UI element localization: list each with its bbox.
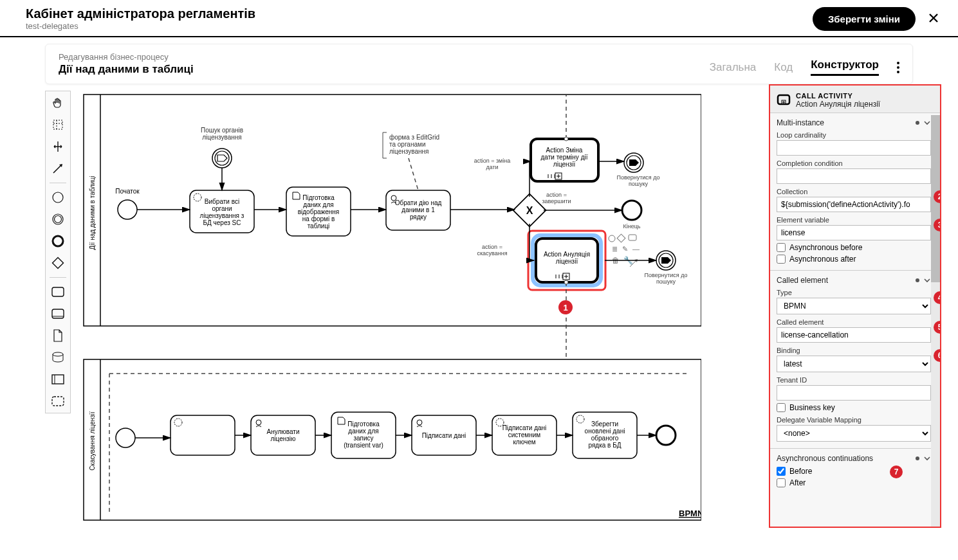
callout-badge-7: 7 xyxy=(890,465,903,478)
svg-text:Кінець: Кінець xyxy=(623,223,640,230)
start-label: Початок xyxy=(115,188,140,195)
section-async-continuations[interactable]: Asynchronous continuations xyxy=(777,454,873,463)
properties-panel: CALL ACTIVITY Action Ануляція ліцензії M… xyxy=(769,84,941,528)
svg-text:Повернутися допошуку: Повернутися допошуку xyxy=(617,174,660,187)
svg-text:X: X xyxy=(526,205,533,216)
p2-start[interactable] xyxy=(116,428,135,447)
async-before-checkbox[interactable] xyxy=(777,243,786,252)
binding-label: Binding xyxy=(777,347,931,354)
tab-general[interactable]: Загальна xyxy=(710,61,757,74)
app-subtitle: test-delegates xyxy=(26,21,255,31)
completion-condition-input[interactable] xyxy=(777,168,931,184)
context-pad[interactable]: ≣ ✎ — 🗑 🔧 xyxy=(609,234,640,267)
svg-rect-34 xyxy=(629,235,636,240)
binding-select[interactable]: latest xyxy=(777,356,931,372)
type-label: Type xyxy=(777,289,931,296)
type-select[interactable]: BPMN xyxy=(777,298,931,314)
group-icon[interactable] xyxy=(50,393,66,409)
delegate-var-mapping-select[interactable]: <none> xyxy=(777,425,931,442)
svg-text:✎: ✎ xyxy=(622,245,628,253)
svg-point-32 xyxy=(609,235,615,242)
annot-editgrid: форма з EditGridта органамиліцензування xyxy=(389,134,439,155)
element-name: Action Ануляція ліцензії xyxy=(796,100,880,109)
loop-cardinality-input[interactable] xyxy=(777,140,931,156)
tenant-id-label: Tenant ID xyxy=(777,376,931,384)
svg-point-4 xyxy=(53,236,63,246)
svg-rect-0 xyxy=(53,120,62,129)
page-header: Редагування бізнес-процесу Дії над даним… xyxy=(45,44,913,84)
business-key-checkbox[interactable] xyxy=(777,403,786,412)
p2-task-service[interactable] xyxy=(170,415,235,455)
delegate-var-mapping-label: Delegate Variable Mapping xyxy=(777,416,931,424)
pool2-label: Скасування ліцензії xyxy=(89,411,96,471)
chevron-down-icon[interactable] xyxy=(923,119,931,127)
data-store-icon[interactable] xyxy=(50,350,66,365)
called-element-label: Called element xyxy=(777,318,931,326)
element-type: CALL ACTIVITY xyxy=(796,92,880,100)
svg-text:Вибрати всіорганиліцензування : Вибрати всіорганиліцензування зБД через … xyxy=(200,198,244,226)
intermediate-event-icon[interactable] xyxy=(50,212,66,227)
tab-code[interactable]: Код xyxy=(774,61,793,74)
svg-point-8 xyxy=(53,352,63,356)
call-activity-type-icon xyxy=(777,93,791,107)
data-object-icon[interactable] xyxy=(50,328,66,343)
breadcrumb: Редагування бізнес-процесу xyxy=(59,52,194,62)
bpmn-palette xyxy=(45,91,71,413)
svg-rect-5 xyxy=(53,258,64,269)
chevron-down-icon[interactable] xyxy=(923,455,931,462)
gateway-icon[interactable] xyxy=(50,255,66,271)
annot-search: Пошук органівліцензування xyxy=(201,127,243,141)
svg-rect-7 xyxy=(52,309,64,318)
connect-tool-icon[interactable] xyxy=(50,161,66,176)
chevron-down-icon[interactable] xyxy=(923,276,931,284)
callout-badge-1: 1 xyxy=(558,300,573,314)
svg-rect-10 xyxy=(52,397,64,406)
end-event-icon[interactable] xyxy=(50,233,66,249)
svg-text:Повернутися допошуку: Повернутися допошуку xyxy=(645,272,688,285)
close-icon[interactable] xyxy=(928,13,939,25)
element-variable-label: Element variable xyxy=(777,216,931,224)
section-multi-instance[interactable]: Multi-instance xyxy=(777,118,824,127)
svg-text:—: — xyxy=(632,245,640,253)
async-after-checkbox[interactable] xyxy=(777,255,786,264)
space-tool-icon[interactable] xyxy=(50,139,66,154)
svg-rect-9 xyxy=(52,375,64,384)
svg-text:action =скасування: action =скасування xyxy=(477,244,507,257)
svg-text:action =завершити: action =завершити xyxy=(542,192,571,204)
section-called-element[interactable]: Called element xyxy=(777,276,828,285)
cont-after-checkbox[interactable] xyxy=(777,478,786,487)
call-activity-icon[interactable] xyxy=(50,306,66,321)
kebab-menu-icon[interactable] xyxy=(897,62,899,73)
lasso-tool-icon[interactable] xyxy=(50,117,66,132)
svg-text:Підписати дані: Підписати дані xyxy=(422,432,466,439)
cont-before-checkbox[interactable] xyxy=(777,467,786,476)
pool1-label: Дії над даними в таблиці xyxy=(89,176,96,250)
start-event[interactable] xyxy=(118,200,137,219)
collection-input[interactable] xyxy=(777,197,931,212)
tenant-id-input[interactable] xyxy=(777,385,931,401)
hand-tool-icon[interactable] xyxy=(50,95,66,111)
end-event[interactable] xyxy=(622,201,641,220)
save-button[interactable]: Зберегти зміни xyxy=(813,7,916,31)
participant-icon[interactable] xyxy=(50,372,66,387)
app-title: Кабінет адміністратора регламентів xyxy=(26,6,255,21)
svg-rect-33 xyxy=(617,234,625,242)
svg-point-1 xyxy=(53,192,63,203)
bpmn-logo: BPMN.iO xyxy=(679,509,701,518)
svg-text:≣: ≣ xyxy=(612,245,618,253)
page-title: Дії над даними в таблиці xyxy=(59,63,194,76)
element-variable-input[interactable] xyxy=(777,225,931,240)
app-header-left: Кабінет адміністратора регламентів test-… xyxy=(26,6,255,31)
collection-label: Collection xyxy=(777,188,931,195)
start-event-icon[interactable] xyxy=(50,190,66,205)
svg-rect-6 xyxy=(52,287,64,296)
p2-end[interactable] xyxy=(656,426,676,445)
svg-point-42 xyxy=(564,280,568,284)
tab-builder[interactable]: Конструктор xyxy=(811,59,879,76)
task-icon[interactable] xyxy=(50,284,66,300)
svg-text:Анулюватиліцензію: Анулюватиліцензію xyxy=(266,428,299,442)
called-element-input[interactable] xyxy=(777,327,931,343)
loop-cardinality-label: Loop cardinality xyxy=(777,131,931,139)
app-header: Кабінет адміністратора регламентів test-… xyxy=(0,0,958,37)
svg-point-3 xyxy=(55,216,62,223)
